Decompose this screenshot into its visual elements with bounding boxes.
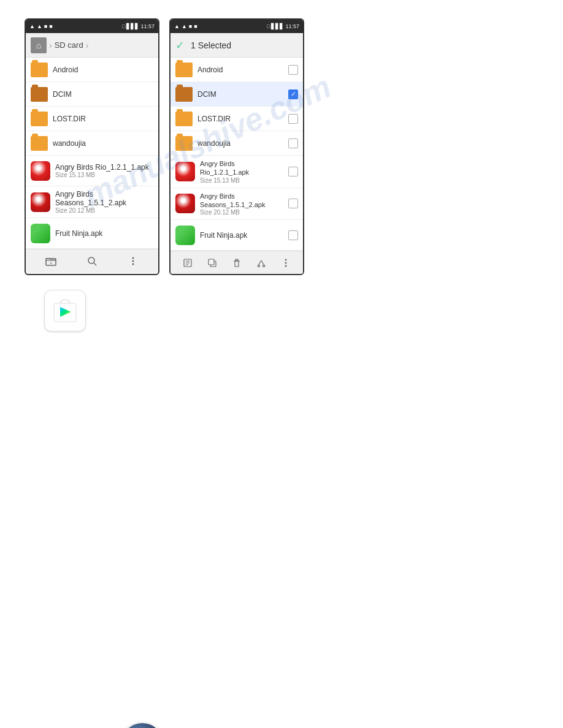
home-button[interactable]: ⌂ <box>31 37 47 53</box>
folder-icon <box>31 136 48 151</box>
checkbox-fruit[interactable] <box>288 230 298 240</box>
file-size: Size 15.13 MB <box>200 177 283 184</box>
add-folder-button[interactable]: + <box>42 252 59 270</box>
svg-point-20 <box>285 259 287 260</box>
file-name: Android <box>197 66 283 74</box>
list-item[interactable]: Android <box>170 58 303 82</box>
extra-icon: ■ <box>44 23 47 29</box>
list-item[interactable]: DCIM <box>26 82 158 107</box>
battery-percent: □ <box>122 23 125 29</box>
left-bottom-toolbar: + <box>26 249 158 272</box>
left-toolbar: ⌂ › SD card › <box>26 33 158 58</box>
svg-text:+: + <box>50 260 53 266</box>
phones-row: ▲ ▲ ■ ■ □ ▋▋▋ 11:57 ⌂ › SD card › <box>25 18 304 275</box>
wifi-icon: ▲ <box>174 23 180 29</box>
list-item[interactable]: LOST.DIR <box>26 107 158 131</box>
play-store-container <box>44 290 86 332</box>
checkbox-dcim[interactable]: ✓ <box>288 89 298 99</box>
file-name: Angry Birds Seasons_1.5.1_2.apk <box>55 190 153 207</box>
more-button[interactable] <box>124 252 142 270</box>
list-item[interactable]: wandoujia <box>170 131 303 156</box>
left-file-list: Android DCIM LOST.DIR wandoujia <box>26 58 158 249</box>
file-name: LOST.DIR <box>197 115 283 123</box>
file-size: Size 20.12 MB <box>55 207 153 214</box>
svg-point-5 <box>132 260 134 262</box>
svg-point-22 <box>285 265 287 267</box>
time-display: 11:57 <box>140 23 155 29</box>
file-name: Fruit Ninja.apk <box>55 229 153 238</box>
file-name: DCIM <box>53 90 153 99</box>
folder-icon <box>175 63 193 77</box>
svg-rect-13 <box>235 261 239 267</box>
checkbox-angry1[interactable] <box>288 167 298 176</box>
checkbox-android[interactable] <box>288 65 298 75</box>
delete-button[interactable] <box>228 254 245 271</box>
right-bottom-toolbar <box>170 251 303 274</box>
list-item[interactable]: Fruit Ninja.apk <box>26 218 158 249</box>
svg-point-6 <box>132 263 134 265</box>
edit-button[interactable] <box>179 254 196 271</box>
copy-button[interactable] <box>204 254 221 271</box>
file-name: LOST.DIR <box>53 115 153 123</box>
file-size: Size 15.13 MB <box>55 172 153 178</box>
checkbox-wandoujia[interactable] <box>288 138 298 148</box>
search-button[interactable] <box>83 252 101 270</box>
folder-icon <box>175 112 193 126</box>
extra-icon: ■ <box>189 23 192 29</box>
svg-point-19 <box>263 265 265 267</box>
breadcrumb-location: SD card <box>55 40 83 50</box>
list-item[interactable]: Android <box>26 58 158 82</box>
list-item[interactable]: DCIM ✓ <box>170 82 303 107</box>
folder-icon-dark <box>31 87 48 102</box>
list-item[interactable]: Angry Birds Seasons_1.5.1_2.apk Size 20.… <box>26 186 158 218</box>
list-item[interactable]: wandoujia <box>26 131 158 156</box>
extra-icon2: ■ <box>194 23 197 29</box>
svg-point-4 <box>132 257 134 259</box>
apk-icon-fruit <box>31 224 50 243</box>
status-bar-right: ▲ ▲ ■ ■ □ ▋▋▋ 11:57 <box>170 20 303 33</box>
svg-rect-15 <box>236 259 238 260</box>
checkbox-angry2[interactable] <box>288 199 298 208</box>
cut-button[interactable] <box>253 254 270 271</box>
folder-icon-dark <box>175 87 193 102</box>
right-file-list: Android DCIM ✓ LOST.DIR <box>170 58 303 251</box>
status-bar-left: ▲ ▲ ■ ■ □ ▋▋▋ 11:57 <box>26 20 158 33</box>
file-name: Angry BirdsSeasons_1.5.1_2.apk <box>200 192 283 210</box>
more-button[interactable] <box>277 254 294 271</box>
file-name: Android <box>53 66 153 74</box>
signal-icon: ▲ <box>37 23 42 29</box>
svg-point-21 <box>285 262 287 264</box>
apk-icon-angry2 <box>31 192 50 212</box>
apk-icon-angry1 <box>175 162 195 181</box>
selected-count-label: 1 Selected <box>191 40 231 50</box>
list-item[interactable]: Angry BirdsRio_1.2.1_1.apk Size 15.13 MB <box>170 156 303 188</box>
folder-icon <box>31 63 48 77</box>
apk-icon-angry2 <box>175 194 195 213</box>
list-item[interactable]: Angry Birds Rio_1.2.1_1.apk Size 15.13 M… <box>26 156 158 186</box>
selection-toolbar: ✓ 1 Selected <box>170 33 303 58</box>
svg-point-2 <box>88 257 94 264</box>
list-item[interactable]: Fruit Ninja.apk <box>170 220 303 251</box>
breadcrumb-separator: › <box>49 40 52 50</box>
checkbox-lostdir[interactable] <box>288 114 298 124</box>
svg-line-3 <box>94 263 96 265</box>
list-item[interactable]: LOST.DIR <box>170 107 303 131</box>
folder-icon <box>175 136 193 151</box>
list-item[interactable]: Angry BirdsSeasons_1.5.1_2.apk Size 20.1… <box>170 188 303 221</box>
extra-icon2: ■ <box>49 23 52 29</box>
signal-bars: ▋▋▋ <box>126 23 139 29</box>
breadcrumb-end-arrow: › <box>86 40 89 50</box>
time-display: 11:57 <box>285 23 299 29</box>
apk-icon-fruit <box>175 226 195 245</box>
file-name: wandoujia <box>197 139 283 148</box>
svg-point-18 <box>258 265 260 267</box>
wifi-icon: ▲ <box>29 23 35 29</box>
file-name: wandoujia <box>53 139 153 148</box>
file-name: Angry BirdsRio_1.2.1_1.apk <box>200 159 283 177</box>
file-name: Fruit Ninja.apk <box>200 231 283 240</box>
check-icon: ✓ <box>175 39 185 52</box>
file-name: DCIM <box>197 90 283 99</box>
home-icon: ⌂ <box>36 40 41 50</box>
signal-icon: ▲ <box>182 23 187 29</box>
play-store-icon[interactable] <box>44 290 86 332</box>
